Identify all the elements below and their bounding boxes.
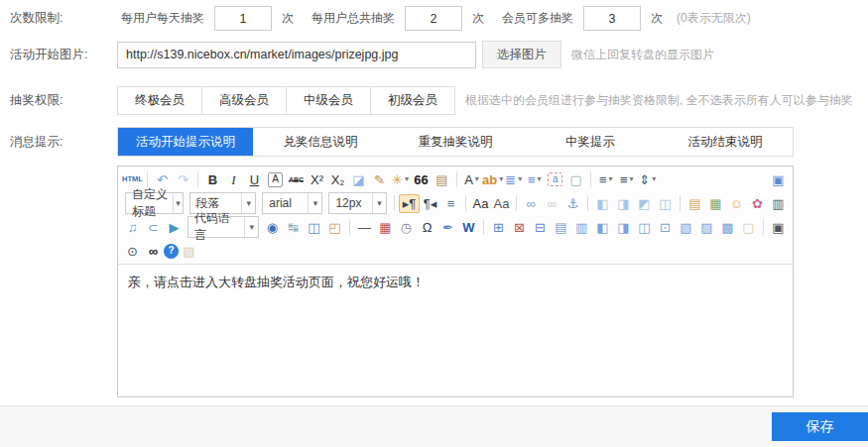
total-input[interactable]	[405, 6, 462, 31]
word-paste-icon[interactable]: W	[458, 218, 479, 237]
image-right-icon[interactable]: ◩	[634, 194, 655, 213]
map-icon[interactable]: ◰	[324, 218, 345, 237]
print-icon[interactable]: ▣	[768, 218, 789, 237]
chevron-down-icon: ▾	[629, 175, 633, 183]
insert-col-left-icon[interactable]: ◧	[592, 218, 613, 237]
message-tabs-row: 消息提示: 活动开始提示说明 兑奖信息说明 重复抽奖说明 中奖提示 活动结束说明	[0, 127, 868, 157]
new-page-icon[interactable]: ▢	[565, 170, 586, 189]
justify-icon[interactable]: ≡	[440, 194, 461, 213]
ordered-list-icon[interactable]: ≣▾	[503, 170, 524, 189]
code-language-dropdown[interactable]: 代码语言▾	[187, 216, 259, 238]
tab-activity-start[interactable]: 活动开始提示说明	[118, 128, 253, 156]
media-icon[interactable]: ▥	[768, 194, 789, 213]
editor-toolbar: HTML↶↷BIUAABCX²X₂◪✎✳▾66▤A▾ab▾≣▾≡▾a▢≡▾≡▾⇕…	[118, 167, 793, 265]
delete-row-icon[interactable]: ▧	[676, 218, 696, 237]
group-button-junior[interactable]: 初级会员	[370, 86, 455, 115]
preview-icon[interactable]: ⊙	[122, 242, 143, 261]
cell-props-icon[interactable]: ▩	[717, 218, 738, 237]
font-border-icon[interactable]: A	[268, 172, 283, 187]
delete-col-icon[interactable]: ▨	[696, 218, 717, 237]
per-day-input[interactable]	[214, 6, 272, 31]
insert-col-right-icon[interactable]: ◨	[613, 218, 634, 237]
formula-icon[interactable]: ✒	[437, 218, 458, 237]
insert-table-icon[interactable]: ⊞	[488, 218, 509, 237]
blockquote-icon[interactable]: 66	[411, 170, 432, 189]
style-dropdown[interactable]: 自定义标题▾	[125, 192, 184, 214]
image-center-icon[interactable]: ◨	[613, 194, 634, 213]
tab-activity-end[interactable]: 活动结束说明	[658, 128, 793, 156]
tab-repeat-draw[interactable]: 重复抽奖说明	[388, 128, 523, 156]
net-image-icon[interactable]: ▦	[705, 194, 726, 213]
limits-hint: (0表示无限次)	[677, 10, 751, 27]
lowercase-icon[interactable]: Aa	[491, 194, 512, 213]
uppercase-icon[interactable]: Aa	[470, 194, 491, 213]
font-size-dropdown[interactable]: 12px▾	[328, 192, 387, 214]
tab-win-notice[interactable]: 中奖提示	[523, 128, 658, 156]
image-left-icon[interactable]: ◧	[592, 194, 613, 213]
table-props-icon[interactable]: ⊟	[530, 218, 551, 237]
font-color-icon[interactable]: A▾	[461, 170, 482, 189]
bold-icon[interactable]: B	[202, 170, 223, 189]
paste-icon[interactable]: ▧	[179, 242, 199, 261]
toolbar-separator	[349, 219, 350, 235]
fullscreen-icon[interactable]: ▣	[768, 170, 789, 189]
image-block-icon[interactable]: ◫	[655, 194, 676, 213]
unordered-list-icon[interactable]: ≡▾	[524, 170, 545, 189]
quick-format-icon[interactable]: ✳▾	[390, 170, 411, 189]
emoticon-icon[interactable]: ☺	[726, 194, 747, 213]
image-icon[interactable]: ▤	[684, 194, 705, 213]
rtl-icon[interactable]: ¶◂	[420, 194, 440, 213]
choose-image-button[interactable]: 选择图片	[482, 41, 561, 68]
flash-icon[interactable]: ✿	[747, 194, 768, 213]
page-break-icon[interactable]: ↹	[283, 218, 304, 237]
align-icon[interactable]: ≡▾	[616, 170, 637, 189]
line-height-icon[interactable]: ⇕▾	[637, 170, 658, 189]
inline-code-icon[interactable]: a	[548, 172, 562, 186]
font-family-dropdown[interactable]: arial▾	[262, 192, 322, 214]
calendar-icon[interactable]: ▦	[375, 218, 396, 237]
message-tabbar: 活动开始提示说明 兑奖信息说明 重复抽奖说明 中奖提示 活动结束说明	[117, 127, 794, 157]
format-brush-icon[interactable]: ✎	[369, 170, 390, 189]
group-button-ultimate[interactable]: 终极会员	[117, 86, 202, 115]
member-extra-input[interactable]	[583, 6, 641, 31]
insert-row-above-icon[interactable]: ▤	[551, 218, 571, 237]
group-button-middle[interactable]: 中级会员	[286, 86, 371, 115]
highlight-color-icon[interactable]: ab▾	[482, 170, 503, 189]
group-button-senior[interactable]: 高级会员	[201, 86, 287, 115]
strikethrough-icon[interactable]: ABC	[286, 170, 307, 189]
subscript-icon[interactable]: X₂	[327, 170, 348, 189]
template-icon[interactable]: ▢	[738, 218, 759, 237]
split-cells-icon[interactable]: ⊡	[655, 218, 676, 237]
clock-icon[interactable]: ◷	[396, 218, 417, 237]
iframe-icon[interactable]: ◫	[304, 218, 324, 237]
code-icon[interactable]: ◉	[262, 218, 283, 237]
special-char-icon[interactable]: Ω	[417, 218, 437, 237]
ltr-icon[interactable]: ▸¶	[399, 194, 420, 213]
start-image-url-input[interactable]	[117, 42, 476, 68]
link-icon[interactable]: ∞	[521, 194, 542, 213]
help-icon[interactable]: ?	[164, 244, 179, 259]
attachment-icon[interactable]: ⊂	[143, 218, 164, 237]
footer-bar: 保存	[0, 405, 868, 447]
music-icon[interactable]: ♫	[122, 218, 143, 237]
indent-icon[interactable]: ≡▾	[595, 170, 616, 189]
paste-plain-icon[interactable]: ▤	[432, 170, 452, 189]
chevron-down-icon: ▾	[475, 175, 479, 183]
eraser-icon[interactable]: ◪	[348, 170, 369, 189]
unlink-icon[interactable]: ∞	[542, 194, 562, 213]
tab-redeem-info[interactable]: 兑奖信息说明	[253, 128, 388, 156]
superscript-icon[interactable]: X²	[307, 170, 327, 189]
insert-video-icon[interactable]: ▶	[164, 218, 185, 237]
italic-icon[interactable]: I	[223, 170, 244, 189]
save-button[interactable]: 保存	[772, 412, 868, 441]
hr-icon[interactable]: —	[354, 218, 375, 237]
editor-content[interactable]: 亲，请点击进入大转盘抽奖活动页面，祝您好运哦！	[118, 265, 793, 396]
anchor-icon[interactable]: ⚓	[562, 194, 583, 213]
redo-icon[interactable]: ↷	[173, 170, 193, 189]
find-replace-icon[interactable]: ∞	[143, 242, 164, 261]
delete-table-icon[interactable]: ⊠	[509, 218, 530, 237]
insert-row-below-icon[interactable]: ▥	[571, 218, 592, 237]
underline-icon[interactable]: U	[244, 170, 265, 189]
merge-cells-icon[interactable]: ◫	[634, 218, 655, 237]
member-extra-label: 会员可多抽奖	[502, 10, 573, 27]
